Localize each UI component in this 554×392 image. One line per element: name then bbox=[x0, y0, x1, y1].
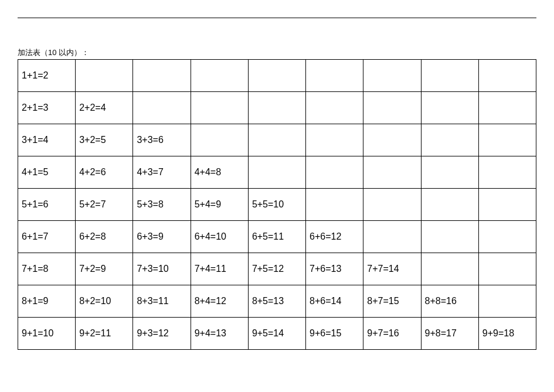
table-caption: 加法表（10 以内）： bbox=[18, 47, 536, 58]
table-cell: 5+5=10 bbox=[248, 189, 305, 221]
table-cell bbox=[478, 156, 536, 189]
table-cell bbox=[363, 156, 421, 189]
table-cell bbox=[478, 285, 536, 318]
table-cell: 9+2=11 bbox=[76, 318, 133, 350]
table-cell: 4+2=6 bbox=[76, 156, 133, 189]
table-cell: 6+1=7 bbox=[18, 221, 76, 253]
table-cell bbox=[421, 221, 478, 253]
table-cell bbox=[248, 156, 305, 189]
table-cell bbox=[191, 92, 248, 124]
table-row: 1+1=2 bbox=[18, 60, 536, 92]
table-row: 4+1=5 4+2=6 4+3=7 4+4=8 bbox=[18, 156, 536, 189]
table-cell: 4+3=7 bbox=[133, 156, 191, 189]
table-row: 6+1=7 6+2=8 6+3=9 6+4=10 6+5=11 6+6=12 bbox=[18, 221, 536, 253]
table-cell: 3+2=5 bbox=[76, 124, 133, 156]
table-cell: 7+5=12 bbox=[248, 253, 305, 285]
table-cell bbox=[478, 92, 536, 124]
table-cell bbox=[421, 124, 478, 156]
table-cell: 6+6=12 bbox=[306, 221, 363, 253]
table-cell bbox=[306, 92, 363, 124]
table-cell bbox=[363, 124, 421, 156]
table-cell: 8+1=9 bbox=[18, 285, 76, 318]
table-cell bbox=[478, 124, 536, 156]
table-cell bbox=[76, 60, 133, 92]
table-cell: 7+3=10 bbox=[133, 253, 191, 285]
table-row: 2+1=3 2+2=4 bbox=[18, 92, 536, 124]
table-cell bbox=[363, 189, 421, 221]
table-cell bbox=[421, 60, 478, 92]
table-cell bbox=[478, 221, 536, 253]
table-row: 3+1=4 3+2=5 3+3=6 bbox=[18, 124, 536, 156]
table-cell: 7+2=9 bbox=[76, 253, 133, 285]
table-cell: 9+1=10 bbox=[18, 318, 76, 350]
table-cell: 8+2=10 bbox=[76, 285, 133, 318]
table-cell bbox=[363, 60, 421, 92]
horizontal-rule bbox=[18, 18, 536, 18]
table-cell bbox=[421, 92, 478, 124]
table-cell bbox=[133, 60, 191, 92]
table-cell bbox=[248, 124, 305, 156]
table-cell bbox=[306, 60, 363, 92]
table-cell bbox=[306, 156, 363, 189]
table-cell: 6+2=8 bbox=[76, 221, 133, 253]
table-cell: 7+6=13 bbox=[306, 253, 363, 285]
table-cell: 9+7=16 bbox=[363, 318, 421, 350]
table-cell: 9+8=17 bbox=[421, 318, 478, 350]
table-cell bbox=[191, 60, 248, 92]
table-cell: 7+1=8 bbox=[18, 253, 76, 285]
table-cell: 4+4=8 bbox=[191, 156, 248, 189]
table-cell: 8+4=12 bbox=[191, 285, 248, 318]
table-cell bbox=[363, 221, 421, 253]
table-cell: 7+7=14 bbox=[363, 253, 421, 285]
table-row: 5+1=6 5+2=7 5+3=8 5+4=9 5+5=10 bbox=[18, 189, 536, 221]
table-cell: 4+1=5 bbox=[18, 156, 76, 189]
table-cell bbox=[478, 253, 536, 285]
table-cell bbox=[133, 92, 191, 124]
table-cell: 9+3=12 bbox=[133, 318, 191, 350]
table-cell: 6+3=9 bbox=[133, 221, 191, 253]
table-cell bbox=[363, 92, 421, 124]
table-cell: 5+4=9 bbox=[191, 189, 248, 221]
table-cell: 9+6=15 bbox=[306, 318, 363, 350]
table-cell: 8+7=15 bbox=[363, 285, 421, 318]
table-cell: 8+3=11 bbox=[133, 285, 191, 318]
table-cell bbox=[421, 189, 478, 221]
table-cell: 7+4=11 bbox=[191, 253, 248, 285]
table-cell bbox=[248, 60, 305, 92]
table-cell: 3+1=4 bbox=[18, 124, 76, 156]
table-cell: 1+1=2 bbox=[18, 60, 76, 92]
table-cell: 9+9=18 bbox=[478, 318, 536, 350]
table-cell bbox=[421, 156, 478, 189]
table-cell: 8+8=16 bbox=[421, 285, 478, 318]
table-cell bbox=[191, 124, 248, 156]
table-cell bbox=[306, 124, 363, 156]
table-cell: 5+2=7 bbox=[76, 189, 133, 221]
table-cell: 8+5=13 bbox=[248, 285, 305, 318]
table-cell: 5+1=6 bbox=[18, 189, 76, 221]
table-cell bbox=[421, 253, 478, 285]
table-cell bbox=[478, 189, 536, 221]
table-cell: 3+3=6 bbox=[133, 124, 191, 156]
table-cell: 2+1=3 bbox=[18, 92, 76, 124]
table-row: 9+1=10 9+2=11 9+3=12 9+4=13 9+5=14 9+6=1… bbox=[18, 318, 536, 350]
table-cell: 8+6=14 bbox=[306, 285, 363, 318]
table-cell: 5+3=8 bbox=[133, 189, 191, 221]
table-cell: 9+5=14 bbox=[248, 318, 305, 350]
addition-table: 1+1=2 2+1=3 2+2=4 bbox=[18, 59, 536, 350]
page: 加法表（10 以内）： 1+1=2 2+1=3 2+2=4 bbox=[0, 0, 554, 350]
table-row: 8+1=9 8+2=10 8+3=11 8+4=12 8+5=13 8+6=14… bbox=[18, 285, 536, 318]
table-cell: 6+5=11 bbox=[248, 221, 305, 253]
table-cell: 9+4=13 bbox=[191, 318, 248, 350]
table-cell bbox=[306, 189, 363, 221]
table-cell: 2+2=4 bbox=[76, 92, 133, 124]
table-cell bbox=[478, 60, 536, 92]
table-row: 7+1=8 7+2=9 7+3=10 7+4=11 7+5=12 7+6=13 … bbox=[18, 253, 536, 285]
table-cell bbox=[248, 92, 305, 124]
table-cell: 6+4=10 bbox=[191, 221, 248, 253]
